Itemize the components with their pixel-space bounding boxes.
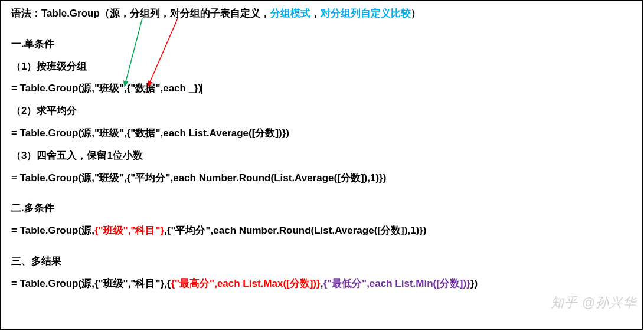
code-text: }) [470,278,478,289]
svg-line-1 [148,18,178,86]
syntax-arg3: 对分组的子表自定义 [170,8,260,19]
syntax-arg2: 分组列 [130,8,160,19]
syntax-arg4: 分组模式 [270,8,310,19]
document-page: 语法：Table.Group（源，分组列，对分组的子表自定义，分组模式，对分组列… [0,0,643,330]
section1-item1-code: = Table.Group(源,"班级",{"数据",each _}) [11,81,632,96]
section3-code: = Table.Group(源,{"班级","科目"},{{"最高分",each… [11,277,632,291]
section1-item2-label: （2）求平均分 [11,104,632,118]
sep: ， [160,8,170,19]
code-text-highlight-purple: {"最低分",each List.Min([分数])} [323,278,470,289]
code-text: = Table.Group(源, [11,225,94,236]
code-text: ,{"平均分",each Number.Round(List.Average([… [164,225,426,236]
sep: ， [260,8,270,19]
section1-item3-code: = Table.Group(源,"班级",{"平均分",each Number.… [11,171,632,185]
syntax-line: 语法：Table.Group（源，分组列，对分组的子表自定义，分组模式，对分组列… [11,6,632,21]
code-text-highlight-red: {"最高分",each List.Max([分数])} [171,278,320,289]
syntax-arg5: 对分组列自定义比较 [321,8,411,19]
section1-item3-label: （3）四舍五入，保留1位小数 [11,149,632,163]
watermark: 知乎 @孙兴华 [551,294,636,312]
section2-code: = Table.Group(源,{"班级","科目"},{"平均分",each … [11,224,632,238]
section1-item2-code: = Table.Group(源,"班级",{"数据",each List.Ave… [11,126,632,140]
section1-title: 一.单条件 [11,37,632,51]
syntax-suffix: ） [411,8,421,19]
syntax-prefix: 语法：Table.Group（源， [11,8,130,19]
section1-item1-label: （1）按班级分组 [11,60,632,74]
code-text: = Table.Group(源,{"班级","科目"},{ [11,278,171,289]
sep: ， [310,8,321,19]
text-cursor-icon [201,84,202,94]
svg-line-0 [125,18,142,86]
section2-title: 二.多条件 [11,201,632,215]
code-text: = Table.Group(源,"班级",{"数据",each _}) [11,83,201,94]
code-text-highlight: {"班级","科目"} [94,225,164,236]
section3-title: 三、多结果 [11,254,632,268]
